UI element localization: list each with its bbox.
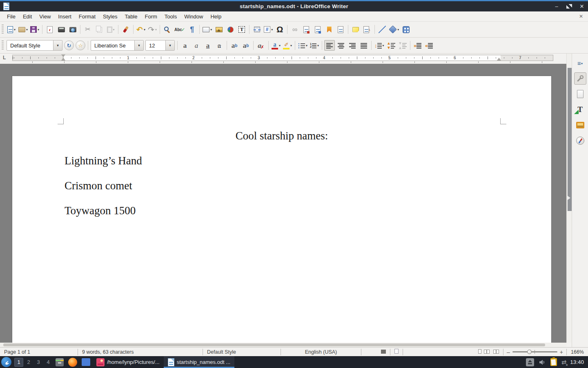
maximize-button[interactable] xyxy=(566,4,572,9)
workspace-4[interactable]: 4 xyxy=(44,358,53,367)
minimize-button[interactable]: – xyxy=(554,3,559,9)
vertical-scrollbar[interactable] xyxy=(566,54,572,343)
ordered-list-button[interactable]: 12▾ xyxy=(309,40,320,51)
insert-chart-button[interactable] xyxy=(225,24,236,35)
menu-form[interactable]: Form xyxy=(141,13,160,20)
insert-line-button[interactable] xyxy=(377,24,388,35)
menu-edit[interactable]: Edit xyxy=(19,13,36,20)
bold-button[interactable]: a xyxy=(180,40,190,51)
menu-format[interactable]: Format xyxy=(75,13,99,20)
superscript-button[interactable]: ab xyxy=(229,40,240,51)
subscript-button[interactable]: ab xyxy=(241,40,251,51)
menu-insert[interactable]: Insert xyxy=(54,13,75,20)
decrease-indent-button[interactable]: « xyxy=(424,40,434,51)
sidebar-tab-navigator[interactable] xyxy=(574,135,586,147)
insert-page-break-button[interactable] xyxy=(252,24,262,35)
insert-table-button[interactable]: ▾ xyxy=(202,24,213,35)
status-language[interactable]: English (USA) xyxy=(281,349,361,355)
zoom-slider-handle[interactable] xyxy=(527,350,532,354)
find-replace-button[interactable] xyxy=(162,24,173,35)
menu-tools[interactable]: Tools xyxy=(161,13,180,20)
basic-shapes-button[interactable]: ▾ xyxy=(388,24,400,35)
zoom-in-button[interactable]: + xyxy=(560,349,563,355)
justified-button[interactable] xyxy=(359,40,369,51)
clear-formatting-button[interactable]: a✗ xyxy=(256,40,266,51)
strikethrough-button[interactable]: a xyxy=(214,40,225,51)
align-center-button[interactable] xyxy=(336,40,346,51)
multi-page-view-button[interactable] xyxy=(484,350,487,354)
draw-functions-button[interactable] xyxy=(401,24,411,35)
sidebar-settings-button[interactable]: ≡▾ xyxy=(574,57,586,69)
unordered-list-button[interactable]: ▾ xyxy=(297,40,308,51)
workspace-3[interactable]: 3 xyxy=(34,358,43,367)
horizontal-scrollbar[interactable] xyxy=(0,343,566,347)
firefox-launcher[interactable] xyxy=(68,357,78,367)
network-offline-icon[interactable]: ⇄ xyxy=(561,359,567,366)
paragraph-style-dropdown[interactable]: ▾ xyxy=(53,40,62,50)
single-page-view-button[interactable] xyxy=(478,349,481,354)
workspace-1[interactable]: 1 xyxy=(14,358,23,367)
menu-styles[interactable]: Styles xyxy=(99,13,121,20)
insert-comment-button[interactable] xyxy=(350,24,361,35)
font-color-button[interactable]: a ▾ xyxy=(271,40,281,51)
font-size-dropdown[interactable]: ▾ xyxy=(165,40,174,50)
menu-help[interactable]: Help xyxy=(207,13,225,20)
taskbar-window-pictures[interactable]: /home/lynp/Pictures/... xyxy=(92,356,164,368)
open-button[interactable]: ▾ xyxy=(18,24,29,35)
removable-media-icon[interactable] xyxy=(526,358,534,366)
cross-reference-button[interactable] xyxy=(335,24,346,35)
insert-image-button[interactable] xyxy=(214,24,224,35)
file-manager-launcher[interactable] xyxy=(81,357,91,367)
volume-icon[interactable] xyxy=(539,359,546,366)
font-size-combobox[interactable]: 12 ▾ xyxy=(145,40,175,51)
clipboard-manager-icon[interactable] xyxy=(550,358,557,366)
new-document-button[interactable]: ▾ xyxy=(6,24,17,35)
align-left-button[interactable] xyxy=(324,40,335,51)
vertical-scrollbar-thumb[interactable] xyxy=(568,68,572,211)
insert-endnote-button[interactable] xyxy=(312,24,323,35)
menu-view[interactable]: View xyxy=(36,13,54,20)
clock[interactable]: 13:40 xyxy=(570,359,584,365)
workspace-2[interactable]: 2 xyxy=(24,358,33,367)
book-view-button[interactable] xyxy=(493,350,496,354)
increase-paragraph-spacing-button[interactable]: ▲▼ xyxy=(386,40,396,51)
line-spacing-button[interactable]: ↕▾ xyxy=(374,40,385,51)
increase-indent-button[interactable]: » xyxy=(412,40,423,51)
paragraph-style-combobox[interactable]: Default Style ▾ xyxy=(7,40,62,51)
sidebar-collapse-arrow-icon[interactable] xyxy=(568,196,570,200)
zoom-slider[interactable]: – + xyxy=(503,349,566,355)
zoom-out-button[interactable]: – xyxy=(507,349,510,355)
clone-formatting-button[interactable] xyxy=(120,24,131,35)
title-bar[interactable]: startship_names.odt - LibreOffice Writer… xyxy=(0,0,588,11)
menu-window[interactable]: Window xyxy=(180,13,207,20)
status-zoom-level[interactable]: 166% xyxy=(567,349,588,355)
font-name-dropdown[interactable]: ▾ xyxy=(134,40,143,50)
sidebar-tab-properties[interactable] xyxy=(574,72,586,85)
spelling-button[interactable]: Abc✓ xyxy=(174,24,186,35)
taskbar-window-writer[interactable]: startship_names.odt ... xyxy=(164,356,235,368)
formatting-marks-button[interactable]: ¶ xyxy=(187,24,197,35)
sidebar-tab-gallery[interactable] xyxy=(574,119,586,131)
status-word-count[interactable]: 9 words, 63 characters xyxy=(78,349,203,355)
sidebar-tab-page[interactable] xyxy=(574,88,586,100)
underline-button[interactable]: a xyxy=(203,40,213,51)
menu-file[interactable]: File xyxy=(3,13,19,20)
status-insert-mode[interactable] xyxy=(361,349,390,355)
tab-stop-selector[interactable]: L xyxy=(3,55,8,61)
right-indent-marker[interactable] xyxy=(497,58,501,61)
archive-manager-launcher[interactable] xyxy=(55,357,65,367)
document-line[interactable]: Lightning’s Hand xyxy=(65,154,551,167)
document-line[interactable]: Toywagon 1500 xyxy=(65,204,551,217)
special-character-button[interactable]: Ω xyxy=(274,24,285,35)
status-selection-mode[interactable] xyxy=(390,349,403,355)
status-page-number[interactable]: Page 1 of 1 xyxy=(0,349,78,355)
track-changes-button[interactable]: ✎ xyxy=(362,24,372,35)
print-button[interactable] xyxy=(56,24,67,35)
applications-menu-button[interactable] xyxy=(1,357,11,367)
insert-field-button[interactable]: #▾ xyxy=(263,24,274,35)
close-button[interactable]: ✕ xyxy=(579,3,585,9)
first-line-indent-marker[interactable] xyxy=(61,54,65,57)
left-indent-marker[interactable] xyxy=(61,58,65,61)
horizontal-ruler[interactable]: 1 2 3 4 5 6 7 xyxy=(12,55,553,61)
insert-footnote-button[interactable] xyxy=(301,24,312,35)
